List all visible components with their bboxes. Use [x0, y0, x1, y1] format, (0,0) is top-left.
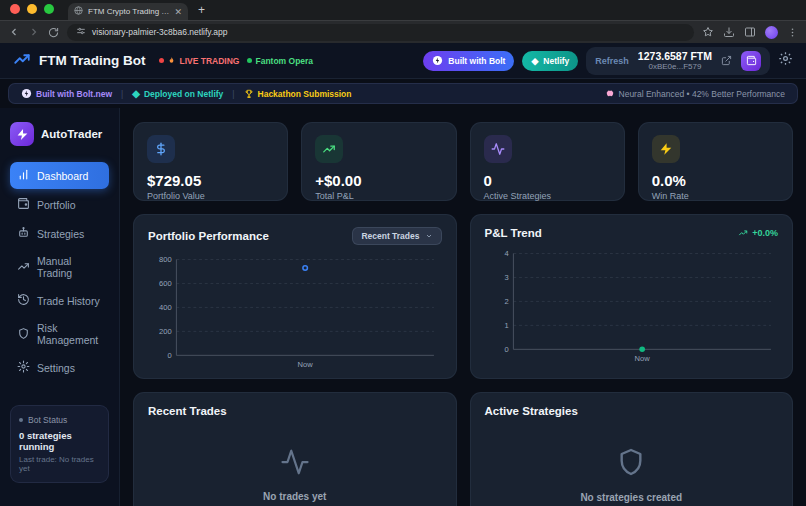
browser-tab[interactable]: FTM Crypto Trading Bot - Aut ✕: [68, 3, 188, 20]
empty-title: No strategies created: [580, 492, 682, 503]
bolt-icon: [432, 55, 443, 66]
browser-tab-strip: FTM Crypto Trading Bot - Aut ✕ +: [0, 0, 806, 20]
app-root: FTM Trading Bot LIVE TRADING Fantom Oper…: [0, 43, 806, 506]
svg-text:0: 0: [167, 351, 171, 360]
tab-close-icon[interactable]: ✕: [174, 7, 182, 17]
sidebar-item-strategies[interactable]: Strategies: [10, 220, 109, 247]
profile-avatar[interactable]: [765, 26, 778, 39]
external-link-icon[interactable]: [721, 52, 732, 70]
stat-value: +$0.00: [315, 172, 442, 189]
sidebar-item-risk-management[interactable]: Risk Management: [10, 316, 109, 352]
stat-value: 0: [484, 172, 611, 189]
sidebar-item-label: Portfolio: [37, 199, 76, 211]
sidebar-item-portfolio[interactable]: Portfolio: [10, 191, 109, 218]
sidebar-brand: AutoTrader: [10, 122, 109, 146]
netlify-diamond-icon: ◆: [531, 56, 538, 66]
sidebar-item-manual-trading[interactable]: Manual Trading: [10, 249, 109, 285]
neural-enhanced-note: Neural Enhanced • 42% Better Performance: [605, 89, 785, 99]
portfolio-performance-chart: 0200400600800Now: [148, 253, 442, 371]
wallet-button[interactable]: [741, 51, 761, 71]
sidebar-item-settings[interactable]: Settings: [10, 354, 109, 381]
trending-up-icon: [315, 135, 343, 163]
reload-icon[interactable]: [48, 27, 59, 38]
site-settings-icon[interactable]: [76, 26, 86, 38]
back-icon[interactable]: [8, 26, 20, 38]
stats-row: $729.05Portfolio Value+$0.00Total P&L0Ac…: [133, 122, 793, 201]
netlify-button[interactable]: ◆ Netlify: [522, 51, 578, 71]
browser-toolbar: visionary-palmier-3c8ba6.netlify.app: [0, 20, 806, 43]
svg-text:600: 600: [159, 279, 172, 288]
banner-hackathon-link[interactable]: Hackathon Submission: [244, 89, 352, 99]
recent-trades-title: Recent Trades: [148, 405, 442, 417]
browser-actions: [702, 26, 798, 39]
svg-text:400: 400: [159, 303, 172, 312]
banner-netlify-link[interactable]: ◆ Deployed on Netlify: [132, 88, 223, 99]
shield-icon: [615, 446, 647, 482]
flame-icon: [167, 56, 176, 66]
brain-icon: [605, 89, 615, 98]
banner-bolt-link[interactable]: Built with Bolt.new: [21, 88, 112, 99]
window-controls: [10, 0, 54, 20]
side-panel-icon[interactable]: [744, 26, 756, 38]
svg-text:4: 4: [504, 249, 508, 258]
bolt-icon: [21, 88, 32, 99]
main-content: $729.05Portfolio Value+$0.00Total P&L0Ac…: [120, 108, 806, 506]
active-strategies-title: Active Strategies: [485, 405, 779, 417]
wallet-icon: [17, 197, 30, 212]
live-trading-badge: LIVE TRADING: [159, 56, 239, 66]
sidebar-item-label: Dashboard: [37, 170, 88, 182]
window-zoom-button[interactable]: [44, 4, 54, 14]
active-strategies-card: Active Strategies No strategies created …: [470, 392, 794, 506]
svg-text:0: 0: [504, 345, 508, 354]
portfolio-performance-card: Portfolio Performance Recent Trades 0200…: [133, 214, 457, 379]
sidebar-item-label: Manual Trading: [37, 255, 102, 279]
svg-text:Now: Now: [634, 354, 650, 363]
bot-icon: [17, 226, 30, 241]
wallet-icon: [746, 55, 757, 66]
recent-trades-card: Recent Trades No trades yet Start a stra…: [133, 392, 457, 506]
sidebar-item-label: Settings: [37, 362, 75, 374]
dollar-icon: [147, 135, 175, 163]
new-tab-button[interactable]: +: [198, 3, 205, 20]
stat-card-active-strategies: 0Active Strategies: [470, 122, 625, 201]
stat-label: Active Strategies: [484, 191, 611, 201]
browser-menu-icon[interactable]: [787, 27, 798, 38]
status-dot-icon: [19, 418, 23, 422]
sidebar-item-dashboard[interactable]: Dashboard: [10, 162, 109, 189]
tab-title: FTM Crypto Trading Bot - Aut: [88, 7, 169, 16]
settings-gear-icon[interactable]: [778, 51, 793, 70]
pnl-change-badge: +0.0%: [738, 228, 778, 238]
app-logo-trending-up-icon: [13, 50, 31, 72]
live-dot-icon: [159, 58, 164, 63]
portfolio-performance-title: Portfolio Performance: [148, 230, 269, 242]
chevron-down-icon: [425, 232, 433, 240]
forward-icon[interactable]: [28, 26, 40, 38]
svg-text:1: 1: [504, 321, 508, 330]
sidebar-item-label: Risk Management: [37, 322, 102, 346]
chart-range-dropdown[interactable]: Recent Trades: [352, 227, 441, 245]
sidebar-item-trade-history[interactable]: Trade History: [10, 287, 109, 314]
downloads-icon[interactable]: [723, 26, 735, 38]
activity-icon: [280, 447, 310, 481]
bot-status-strategies: 0 strategies running: [19, 430, 100, 452]
bot-status-last-trade: Last trade: No trades yet: [19, 455, 100, 473]
url-bar[interactable]: visionary-palmier-3c8ba6.netlify.app: [67, 24, 694, 41]
window-minimize-button[interactable]: [27, 4, 37, 14]
activity-icon: [484, 135, 512, 163]
trending-up-icon: [738, 228, 748, 238]
built-with-bolt-button[interactable]: Built with Bolt: [423, 51, 514, 71]
sidebar: AutoTrader DashboardPortfolioStrategiesM…: [0, 108, 120, 506]
bookmark-star-icon[interactable]: [702, 26, 714, 38]
wallet-balance: 1273.6587 FTM: [638, 50, 712, 62]
sidebar-item-label: Trade History: [37, 295, 100, 307]
app-title: FTM Trading Bot: [39, 53, 145, 68]
window-close-button[interactable]: [10, 4, 20, 14]
bot-status-panel: Bot Status 0 strategies running Last tra…: [10, 405, 109, 483]
wallet-panel: Refresh 1273.6587 FTM 0xBE0e...F579: [586, 47, 770, 75]
zap-icon: [652, 135, 680, 163]
active-strategies-empty-state: No strategies created Create your first …: [485, 417, 779, 506]
wallet-address: 0xBE0e...F579: [638, 62, 712, 71]
refresh-button[interactable]: Refresh: [595, 56, 629, 66]
sidebar-nav: DashboardPortfolioStrategiesManual Tradi…: [10, 162, 109, 383]
stat-label: Total P&L: [315, 191, 442, 201]
